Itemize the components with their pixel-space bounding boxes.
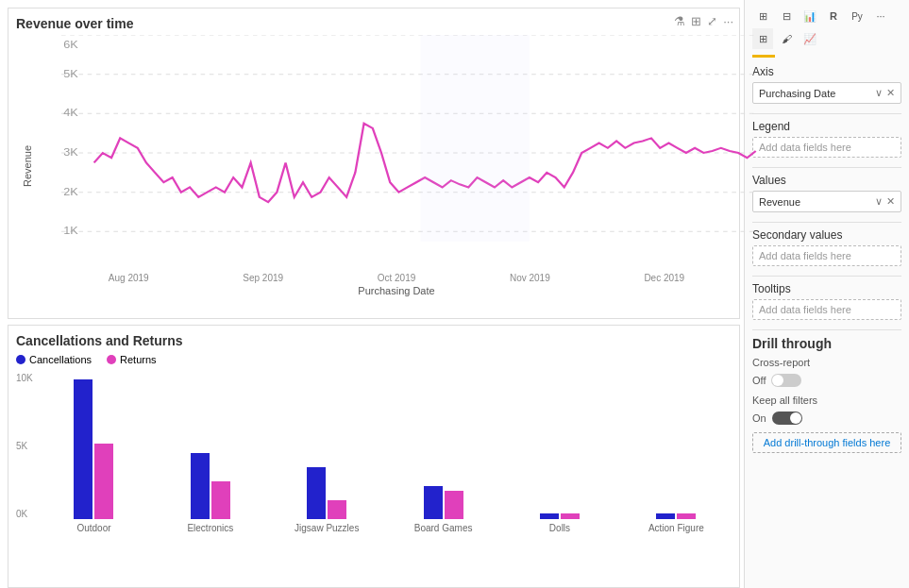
- divider-3: [752, 222, 901, 223]
- jigsaw-returns-bar: [328, 500, 346, 519]
- boardgames-returns-bar: [445, 491, 463, 519]
- chart-toolbar: ⚗ ⊞ ⤢ ···: [674, 14, 733, 28]
- label-boardgames: Board Games: [388, 523, 498, 533]
- axis-field-box[interactable]: Purchasing Date ∨ ✕: [752, 82, 901, 104]
- cross-report-label: Cross-report: [752, 357, 810, 368]
- bar-group-boardgames: [388, 378, 498, 519]
- cancellations-chart-title: Cancellations and Returns: [16, 333, 732, 348]
- divider-2: [752, 167, 901, 168]
- label-dolls: Dolls: [504, 523, 614, 533]
- axis-title: Axis: [752, 65, 901, 78]
- revenue-chart-title: Revenue over time: [16, 16, 134, 31]
- returns-label: Returns: [120, 354, 157, 365]
- more-icon[interactable]: ···: [723, 14, 733, 28]
- bar-group-dolls: [504, 378, 614, 519]
- legend-placeholder[interactable]: Add data fields here: [752, 137, 901, 158]
- cross-report-knob: [772, 375, 783, 386]
- secondary-placeholder[interactable]: Add data fields here: [752, 245, 901, 266]
- keep-filters-row: Keep all filters: [752, 395, 901, 406]
- x-tick-dec: Dec 2019: [644, 273, 684, 283]
- bar-x-labels: Outdoor Electronics Jigsaw Puzzles Board…: [39, 523, 732, 533]
- axis-field-value: Purchasing Date: [759, 88, 835, 99]
- axis-section: Axis Purchasing Date ∨ ✕: [752, 65, 901, 104]
- svg-text:3K: 3K: [63, 146, 78, 159]
- svg-text:6K: 6K: [63, 38, 78, 50]
- expand-icon[interactable]: ⤢: [707, 14, 717, 28]
- svg-text:2K: 2K: [63, 185, 78, 197]
- chart-legend: Cancellations Returns: [16, 354, 732, 365]
- x-axis-label: Purchasing Date: [61, 285, 732, 296]
- y-tick-10k: 10K: [16, 373, 33, 383]
- x-tick-aug: Aug 2019: [109, 273, 149, 283]
- bar-group-jigsaw: [272, 378, 382, 519]
- y-axis-label: Revenue: [16, 35, 35, 296]
- keep-filters-knob: [790, 412, 801, 424]
- keep-filters-label: Keep all filters: [752, 395, 817, 406]
- values-remove-icon[interactable]: ✕: [886, 195, 895, 208]
- outdoor-cancellations-bar: [74, 379, 93, 519]
- dolls-cancellations-bar: [540, 513, 559, 519]
- actionfigure-returns-bar: [677, 513, 696, 519]
- tooltips-title: Tooltips: [752, 282, 901, 295]
- legend-cancellations: Cancellations: [16, 354, 92, 365]
- axis-expand-icon[interactable]: ∨: [875, 87, 883, 99]
- panel-icon-row-2: ⊞ 🖌 📈: [752, 28, 901, 49]
- outdoor-returns-bar: [94, 444, 113, 519]
- label-actionfigure: Action Figure: [621, 523, 732, 533]
- svg-text:5K: 5K: [63, 67, 78, 79]
- svg-text:1K: 1K: [63, 225, 78, 237]
- table-icon[interactable]: ⊞: [752, 6, 773, 26]
- keep-filters-toggle[interactable]: [772, 412, 802, 425]
- label-electronics: Electronics: [155, 523, 265, 533]
- bar-group-actionfigure: [621, 378, 732, 519]
- matrix-icon[interactable]: ⊟: [776, 6, 797, 26]
- revenue-chart: Revenue over time ⚗ ⊞ ⤢ ··· Revenue: [8, 8, 740, 319]
- divider-5: [752, 329, 901, 330]
- py-icon[interactable]: Py: [847, 6, 867, 26]
- electronics-cancellations-bar: [191, 453, 210, 519]
- legend-returns: Returns: [107, 354, 157, 365]
- label-outdoor: Outdoor: [39, 523, 149, 533]
- r-icon[interactable]: R: [823, 6, 844, 26]
- svg-rect-12: [421, 35, 530, 242]
- y-tick-5k: 5K: [16, 441, 33, 451]
- cross-report-off-label: Off: [752, 375, 766, 386]
- actionfigure-cancellations-bar: [656, 513, 675, 519]
- secondary-values-section: Secondary values Add data fields here: [752, 228, 901, 266]
- values-expand-icon[interactable]: ∨: [875, 195, 883, 208]
- legend-section: Legend Add data fields here: [752, 120, 901, 158]
- chart-icon[interactable]: 📊: [800, 6, 820, 26]
- cancellations-label: Cancellations: [29, 354, 92, 365]
- x-tick-oct: Oct 2019: [378, 273, 416, 283]
- returns-dot: [107, 355, 116, 364]
- tooltips-placeholder[interactable]: Add data fields here: [752, 299, 901, 320]
- bar-group-electronics: [155, 378, 265, 519]
- divider-1: [752, 113, 901, 114]
- divider-4: [752, 276, 901, 277]
- axis-field-controls: ∨ ✕: [875, 87, 895, 99]
- values-title: Values: [752, 174, 901, 187]
- bar-group-outdoor: [39, 378, 149, 519]
- axis-remove-icon[interactable]: ✕: [886, 87, 895, 99]
- focus-icon[interactable]: ⊞: [691, 14, 701, 28]
- jigsaw-cancellations-bar: [307, 467, 326, 519]
- secondary-title: Secondary values: [752, 228, 901, 242]
- tooltips-section: Tooltips Add data fields here: [752, 282, 901, 320]
- electronics-returns-bar: [211, 481, 230, 519]
- analytics-icon[interactable]: 📈: [800, 28, 820, 49]
- add-drillthrough-button[interactable]: Add drill-through fields here: [752, 432, 901, 453]
- paint-icon[interactable]: 🖌: [776, 28, 797, 49]
- right-panel: ⊞ ⊟ 📊 R Py ··· ⊞ 🖌 📈 Axis Purchasing Dat…: [744, 0, 909, 588]
- x-tick-sep: Sep 2019: [243, 273, 283, 283]
- bar-chart-wrapper: 0K 5K 10K: [16, 373, 732, 533]
- cancellations-chart: Cancellations and Returns Cancellations …: [8, 325, 740, 588]
- cross-report-toggle[interactable]: [771, 374, 801, 387]
- revenue-line-chart: 1K 2K 3K 4K 5K 6K: [61, 35, 758, 271]
- values-field-box[interactable]: Revenue ∨ ✕: [752, 191, 901, 212]
- panel-icon-row-1: ⊞ ⊟ 📊 R Py ···: [752, 6, 901, 26]
- drill-title: Drill through: [752, 336, 901, 351]
- more-icons[interactable]: ···: [870, 6, 891, 26]
- svg-text:4K: 4K: [63, 107, 78, 119]
- values-section: Values Revenue ∨ ✕: [752, 174, 901, 212]
- filter-icon[interactable]: ⚗: [674, 14, 685, 28]
